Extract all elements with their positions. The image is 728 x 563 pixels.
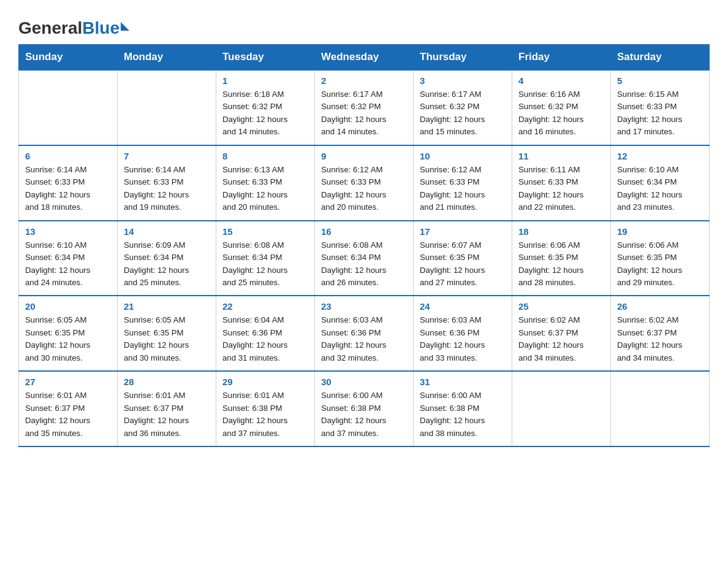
calendar-cell: 2Sunrise: 6:17 AMSunset: 6:32 PMDaylight… [315,70,414,145]
logo-blue-text: Blue [82,18,119,38]
calendar-cell: 3Sunrise: 6:17 AMSunset: 6:32 PMDaylight… [414,70,512,145]
day-info: Sunrise: 6:06 AMSunset: 6:35 PMDaylight:… [518,239,604,289]
weekday-header-thursday: Thursday [414,45,512,71]
logo-general-text: General [18,18,82,38]
day-number: 25 [518,301,604,312]
day-info: Sunrise: 6:05 AMSunset: 6:35 PMDaylight:… [25,314,111,364]
day-info: Sunrise: 6:04 AMSunset: 6:36 PMDaylight:… [222,314,308,364]
day-info: Sunrise: 6:10 AMSunset: 6:34 PMDaylight:… [25,239,111,289]
calendar-cell: 27Sunrise: 6:01 AMSunset: 6:37 PMDayligh… [19,371,118,446]
weekday-header-row: SundayMondayTuesdayWednesdayThursdayFrid… [19,45,710,71]
day-number: 18 [518,226,604,237]
calendar-cell [611,371,710,446]
calendar-cell: 7Sunrise: 6:14 AMSunset: 6:33 PMDaylight… [118,145,216,221]
day-number: 7 [124,151,210,161]
day-info: Sunrise: 6:14 AMSunset: 6:33 PMDaylight:… [124,164,210,214]
calendar-cell: 28Sunrise: 6:01 AMSunset: 6:37 PMDayligh… [118,371,216,446]
calendar-cell: 16Sunrise: 6:08 AMSunset: 6:34 PMDayligh… [315,221,414,296]
day-number: 1 [222,75,308,86]
calendar-cell: 9Sunrise: 6:12 AMSunset: 6:33 PMDaylight… [315,145,414,221]
calendar-cell: 29Sunrise: 6:01 AMSunset: 6:38 PMDayligh… [216,371,315,446]
day-number: 15 [222,226,308,237]
day-info: Sunrise: 6:16 AMSunset: 6:32 PMDaylight:… [518,88,604,139]
calendar-cell: 4Sunrise: 6:16 AMSunset: 6:32 PMDaylight… [512,70,611,145]
logo-triangle-icon [121,22,129,31]
day-info: Sunrise: 6:01 AMSunset: 6:38 PMDaylight:… [222,389,308,440]
calendar-cell: 1Sunrise: 6:18 AMSunset: 6:32 PMDaylight… [216,70,315,145]
week-row-2: 6Sunrise: 6:14 AMSunset: 6:33 PMDaylight… [19,145,710,221]
calendar-cell: 24Sunrise: 6:03 AMSunset: 6:36 PMDayligh… [414,296,512,371]
day-info: Sunrise: 6:03 AMSunset: 6:36 PMDaylight:… [321,314,407,364]
calendar-cell: 18Sunrise: 6:06 AMSunset: 6:35 PMDayligh… [512,221,611,296]
day-number: 23 [321,301,407,312]
week-row-3: 13Sunrise: 6:10 AMSunset: 6:34 PMDayligh… [19,221,710,296]
day-info: Sunrise: 6:08 AMSunset: 6:34 PMDaylight:… [222,239,308,289]
day-number: 11 [518,151,604,161]
weekday-header-tuesday: Tuesday [216,45,315,71]
calendar-cell [118,70,216,145]
day-info: Sunrise: 6:07 AMSunset: 6:35 PMDaylight:… [420,239,506,289]
day-number: 26 [617,301,703,312]
calendar-cell: 8Sunrise: 6:13 AMSunset: 6:33 PMDaylight… [216,145,315,221]
day-number: 6 [25,151,111,161]
calendar-cell: 25Sunrise: 6:02 AMSunset: 6:37 PMDayligh… [512,296,611,371]
weekday-header-friday: Friday [512,45,611,71]
day-number: 22 [222,301,308,312]
day-info: Sunrise: 6:08 AMSunset: 6:34 PMDaylight:… [321,239,407,289]
calendar-cell [19,70,118,145]
day-number: 10 [420,151,506,161]
day-number: 19 [617,226,703,237]
day-number: 5 [617,75,703,86]
weekday-header-saturday: Saturday [611,45,710,71]
day-info: Sunrise: 6:14 AMSunset: 6:33 PMDaylight:… [25,164,111,214]
day-info: Sunrise: 6:18 AMSunset: 6:32 PMDaylight:… [222,88,308,139]
day-number: 28 [124,377,210,387]
calendar-cell: 26Sunrise: 6:02 AMSunset: 6:37 PMDayligh… [611,296,710,371]
weekday-header-monday: Monday [118,45,216,71]
day-info: Sunrise: 6:02 AMSunset: 6:37 PMDaylight:… [518,314,604,364]
day-number: 30 [321,377,407,387]
calendar-cell: 11Sunrise: 6:11 AMSunset: 6:33 PMDayligh… [512,145,611,221]
logo-blue-part: Blue [82,18,129,38]
day-info: Sunrise: 6:15 AMSunset: 6:33 PMDaylight:… [617,88,703,139]
day-info: Sunrise: 6:09 AMSunset: 6:34 PMDaylight:… [124,239,210,289]
calendar-cell: 21Sunrise: 6:05 AMSunset: 6:35 PMDayligh… [118,296,216,371]
calendar-cell: 30Sunrise: 6:00 AMSunset: 6:38 PMDayligh… [315,371,414,446]
weekday-header-sunday: Sunday [19,45,118,71]
calendar-cell: 10Sunrise: 6:12 AMSunset: 6:33 PMDayligh… [414,145,512,221]
logo: General Blue [18,18,129,38]
day-number: 12 [617,151,703,161]
day-number: 4 [518,75,604,86]
calendar-cell: 23Sunrise: 6:03 AMSunset: 6:36 PMDayligh… [315,296,414,371]
day-number: 8 [222,151,308,161]
day-number: 29 [222,377,308,387]
day-number: 3 [420,75,506,86]
day-info: Sunrise: 6:00 AMSunset: 6:38 PMDaylight:… [420,389,506,440]
day-number: 17 [420,226,506,237]
calendar-cell: 17Sunrise: 6:07 AMSunset: 6:35 PMDayligh… [414,221,512,296]
calendar-cell: 6Sunrise: 6:14 AMSunset: 6:33 PMDaylight… [19,145,118,221]
day-number: 21 [124,301,210,312]
calendar-cell: 12Sunrise: 6:10 AMSunset: 6:34 PMDayligh… [611,145,710,221]
day-info: Sunrise: 6:12 AMSunset: 6:33 PMDaylight:… [321,164,407,214]
calendar-cell: 20Sunrise: 6:05 AMSunset: 6:35 PMDayligh… [19,296,118,371]
day-info: Sunrise: 6:13 AMSunset: 6:33 PMDaylight:… [222,164,308,214]
day-info: Sunrise: 6:00 AMSunset: 6:38 PMDaylight:… [321,389,407,440]
day-number: 24 [420,301,506,312]
page-header: General Blue [18,12,710,38]
calendar-cell: 13Sunrise: 6:10 AMSunset: 6:34 PMDayligh… [19,221,118,296]
day-number: 27 [25,377,111,387]
day-number: 14 [124,226,210,237]
day-info: Sunrise: 6:11 AMSunset: 6:33 PMDaylight:… [518,164,604,214]
day-info: Sunrise: 6:01 AMSunset: 6:37 PMDaylight:… [25,389,111,440]
day-info: Sunrise: 6:17 AMSunset: 6:32 PMDaylight:… [321,88,407,139]
calendar-cell: 31Sunrise: 6:00 AMSunset: 6:38 PMDayligh… [414,371,512,446]
day-info: Sunrise: 6:17 AMSunset: 6:32 PMDaylight:… [420,88,506,139]
day-info: Sunrise: 6:03 AMSunset: 6:36 PMDaylight:… [420,314,506,364]
day-info: Sunrise: 6:12 AMSunset: 6:33 PMDaylight:… [420,164,506,214]
day-number: 9 [321,151,407,161]
calendar-table: SundayMondayTuesdayWednesdayThursdayFrid… [18,44,710,447]
calendar-cell [512,371,611,446]
day-info: Sunrise: 6:06 AMSunset: 6:35 PMDaylight:… [617,239,703,289]
calendar-cell: 22Sunrise: 6:04 AMSunset: 6:36 PMDayligh… [216,296,315,371]
